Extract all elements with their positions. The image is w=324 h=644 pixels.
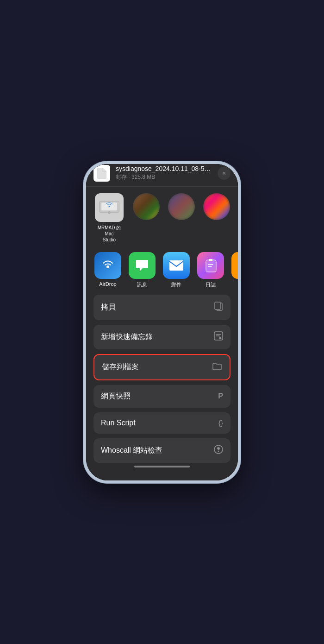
action-whoscall-label: Whoscall 網站檢查	[101, 446, 162, 455]
airdrop-label: AirDrop	[99, 281, 116, 287]
action-rows: 拷貝 新增快速備忘錄	[86, 295, 238, 463]
app-more[interactable]: 補	[231, 252, 238, 288]
file-name: sysdiagnose_2024.10.11_08-52-4...	[116, 165, 212, 172]
share-target-contact1[interactable]	[132, 193, 160, 243]
phone-frame: 8:59 74 ‹ sysdiagnose_2024.10.	[83, 161, 241, 483]
file-icon	[93, 165, 110, 182]
file-info: sysdiagnose_2024.10.11_08-52-4... 封存 · 3…	[116, 165, 212, 181]
action-quick-note[interactable]: 新增快速備忘錄	[93, 325, 231, 349]
copy-icon	[214, 301, 223, 314]
mail-envelope-icon	[169, 260, 184, 271]
contact3-icon	[203, 193, 230, 220]
app-diary[interactable]: 日誌	[196, 252, 225, 288]
app-mail[interactable]: 郵件	[162, 252, 191, 288]
action-whoscall[interactable]: Whoscall 網站檢查	[93, 438, 231, 463]
action-web-snapshot-label: 網頁快照	[101, 391, 131, 401]
share-target-contact2[interactable]	[168, 193, 195, 243]
action-save-files[interactable]: 儲存到檔案	[93, 354, 231, 380]
action-save-files-label: 儲存到檔案	[102, 362, 139, 372]
more-icon-box: 補	[231, 252, 238, 279]
svg-point-10	[218, 450, 219, 452]
mac-studio-svg	[99, 199, 120, 216]
share-header: sysdiagnose_2024.10.11_08-52-4... 封存 · 3…	[86, 164, 238, 187]
mail-icon-box	[163, 252, 190, 279]
save-files-icon	[212, 361, 222, 373]
airdrop-icon-box	[94, 252, 121, 279]
mac-studio-icon	[95, 193, 124, 222]
file-meta: 封存 · 325.8 MB	[116, 173, 212, 181]
run-script-icon: {}	[218, 419, 223, 427]
svg-rect-5	[169, 260, 183, 271]
svg-point-4	[106, 265, 109, 268]
action-run-script[interactable]: Run Script {}	[93, 412, 231, 434]
action-copy-label: 拷貝	[101, 303, 116, 312]
share-sheet: sysdiagnose_2024.10.11_08-52-4... 封存 · 3…	[86, 164, 238, 480]
app-airdrop[interactable]: AirDrop	[93, 252, 122, 288]
close-button[interactable]: ×	[218, 167, 231, 180]
contact2-icon	[168, 193, 195, 220]
messages-icon	[135, 259, 149, 272]
action-web-snapshot[interactable]: 網頁快照 P	[93, 385, 231, 408]
airdrop-waves-icon	[101, 259, 115, 272]
app-messages[interactable]: 訊息	[128, 252, 156, 288]
diary-label: 日誌	[206, 281, 216, 288]
phone-screen: 8:59 74 ‹ sysdiagnose_2024.10.	[86, 164, 238, 480]
share-target-contact3[interactable]	[203, 193, 231, 243]
action-copy[interactable]: 拷貝	[93, 295, 231, 320]
share-target-mac-studio[interactable]: MRMAD 的MacStudio	[93, 193, 125, 243]
action-run-script-label: Run Script	[101, 419, 136, 427]
whoscall-icon	[214, 445, 223, 456]
mac-studio-label: MRMAD 的MacStudio	[93, 225, 125, 243]
quick-note-icon	[214, 331, 223, 343]
action-quick-note-label: 新增快速備忘錄	[101, 332, 153, 342]
mail-label: 郵件	[171, 281, 181, 288]
web-snapshot-icon: P	[218, 392, 223, 400]
home-indicator	[134, 466, 190, 467]
contact1-icon	[133, 193, 160, 220]
app-icons-row: AirDrop 訊息	[86, 249, 238, 295]
svg-point-3	[108, 206, 110, 207]
diary-icon-box	[197, 252, 224, 279]
messages-label: 訊息	[137, 281, 147, 288]
svg-point-2	[108, 211, 111, 214]
svg-rect-7	[215, 302, 220, 309]
contacts-row: MRMAD 的MacStudio	[86, 187, 238, 249]
diary-icon	[204, 258, 217, 273]
messages-icon-box	[129, 252, 156, 279]
